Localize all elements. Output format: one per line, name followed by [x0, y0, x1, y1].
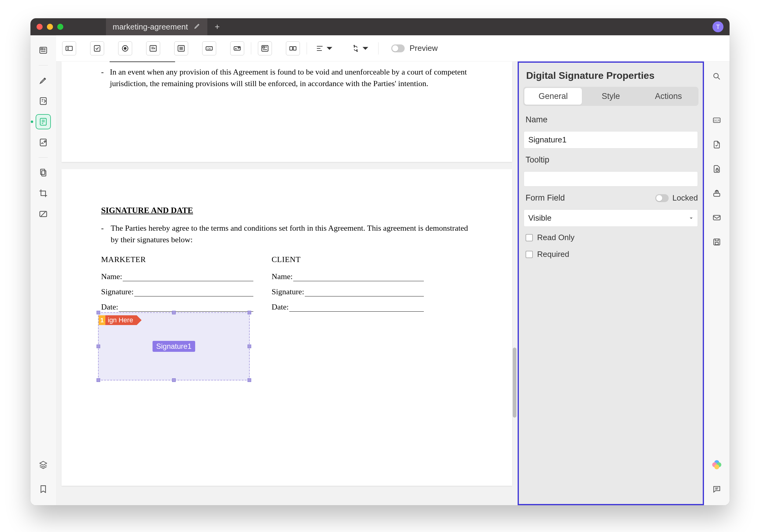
tab-actions[interactable]: Actions: [640, 88, 697, 105]
blank-line: [289, 311, 424, 312]
resize-handle-e[interactable]: [248, 344, 251, 348]
readonly-checkbox[interactable]: [526, 234, 533, 241]
titlebar: marketing-agreement + T: [30, 18, 730, 35]
add-tab-button[interactable]: +: [207, 22, 227, 32]
sign-here-flag: 1 ign Here: [99, 315, 137, 325]
resize-handle-w[interactable]: [97, 344, 100, 348]
svg-rect-48: [714, 239, 720, 245]
comments-icon[interactable]: [710, 482, 724, 496]
convert-icon[interactable]: [710, 138, 724, 152]
svg-rect-17: [94, 45, 100, 51]
ai-assistant-icon[interactable]: [710, 458, 724, 472]
signature-field-label: Signature1: [153, 341, 195, 352]
svg-rect-49: [715, 242, 718, 245]
window-minimize-button[interactable]: [47, 24, 53, 30]
bookmark-icon[interactable]: [36, 482, 50, 496]
page-organize-tool[interactable]: [36, 165, 50, 180]
image-field-tool[interactable]: [258, 41, 272, 55]
tab-style[interactable]: Style: [582, 88, 640, 105]
save-icon[interactable]: [710, 235, 724, 249]
blank-line: [123, 281, 253, 281]
blank-line: [293, 281, 424, 281]
svg-text:OCR: OCR: [714, 119, 720, 122]
app-window: marketing-agreement + T: [30, 18, 730, 505]
document-canvas[interactable]: - In an event when any provision of this…: [56, 62, 518, 505]
required-label: Required: [537, 249, 569, 259]
readonly-checkbox-row[interactable]: Read Only: [524, 232, 698, 244]
date-field-tool[interactable]: [286, 41, 300, 55]
email-icon[interactable]: [710, 211, 724, 225]
svg-rect-16: [66, 46, 72, 51]
listbox-tool[interactable]: [174, 41, 188, 55]
share-icon[interactable]: [710, 186, 724, 200]
preview-toggle[interactable]: [391, 44, 405, 52]
tooltip-label: Tooltip: [524, 154, 698, 166]
dropdown-tool[interactable]: [146, 41, 160, 55]
resize-handle-s[interactable]: [172, 378, 176, 382]
signature-label: Signature:: [272, 287, 304, 296]
radio-tool[interactable]: [118, 41, 132, 55]
required-checkbox-row[interactable]: Required: [524, 248, 698, 260]
section-title: SIGNATURE AND DATE: [101, 206, 473, 215]
document-tab[interactable]: marketing-agreement: [106, 18, 207, 35]
align-tool[interactable]: [313, 41, 336, 55]
locked-toggle[interactable]: [655, 194, 669, 202]
right-sidebar: OCR: [704, 62, 730, 505]
sign-here-text: ign Here: [105, 315, 137, 325]
tab-rename-icon[interactable]: [194, 22, 201, 31]
checkbox-tool[interactable]: [90, 41, 104, 55]
resize-handle-n[interactable]: [172, 311, 176, 314]
visibility-select[interactable]: Visible: [524, 209, 698, 227]
svg-rect-45: [716, 169, 719, 171]
sign-tool[interactable]: [36, 135, 50, 150]
resize-handle-nw[interactable]: [97, 311, 100, 314]
form-toolbar: OK: [56, 35, 730, 62]
svg-rect-13: [40, 169, 45, 175]
bullet-dash: -: [101, 66, 104, 90]
tools-menu[interactable]: [350, 41, 371, 55]
redact-tool[interactable]: [36, 207, 50, 221]
divider: [39, 65, 48, 66]
section-underline: [110, 62, 175, 62]
formfield-label: Form Field: [524, 192, 567, 204]
scrollbar[interactable]: [513, 62, 516, 505]
divider: [39, 157, 48, 158]
name-input[interactable]: Signature1: [524, 131, 698, 149]
tab-general[interactable]: General: [524, 88, 582, 105]
required-checkbox[interactable]: [526, 251, 533, 258]
blank-line: [119, 311, 253, 312]
signature-tool[interactable]: [230, 41, 244, 55]
forms-tool[interactable]: [36, 115, 50, 129]
svg-rect-35: [293, 47, 296, 50]
resize-handle-ne[interactable]: [248, 311, 251, 314]
window-close-button[interactable]: [36, 24, 43, 30]
layers-icon[interactable]: [36, 458, 50, 472]
resize-handle-se[interactable]: [248, 378, 251, 382]
chevron-down-icon: [689, 216, 693, 220]
text-field-tool[interactable]: [62, 41, 76, 55]
resize-handle-sw[interactable]: [97, 378, 100, 382]
edit-text-tool[interactable]: [36, 94, 50, 108]
button-tool[interactable]: OK: [202, 41, 216, 55]
ocr-icon[interactable]: OCR: [710, 113, 724, 127]
user-avatar[interactable]: T: [712, 21, 724, 32]
thumbnail-tool[interactable]: [36, 43, 50, 57]
tooltip-input[interactable]: [524, 171, 698, 187]
svg-point-39: [354, 45, 355, 46]
visibility-value: Visible: [528, 213, 551, 223]
svg-point-40: [357, 51, 357, 51]
scrollbar-thumb[interactable]: [513, 348, 516, 418]
toolbar-separator: [307, 42, 307, 55]
search-icon[interactable]: [710, 69, 724, 83]
name-label: Name:: [101, 272, 122, 281]
window-maximize-button[interactable]: [57, 24, 63, 30]
blank-line: [305, 296, 424, 296]
crop-tool[interactable]: [36, 186, 50, 200]
svg-point-41: [714, 73, 718, 78]
properties-panel: Digital Signature Properties General Sty…: [518, 62, 704, 505]
highlight-tool[interactable]: [36, 73, 50, 87]
protect-icon[interactable]: [710, 162, 724, 176]
signature-form-field[interactable]: 1 ign Here Signature1: [98, 312, 250, 380]
date-label: Date:: [101, 302, 118, 312]
svg-rect-47: [713, 215, 720, 220]
